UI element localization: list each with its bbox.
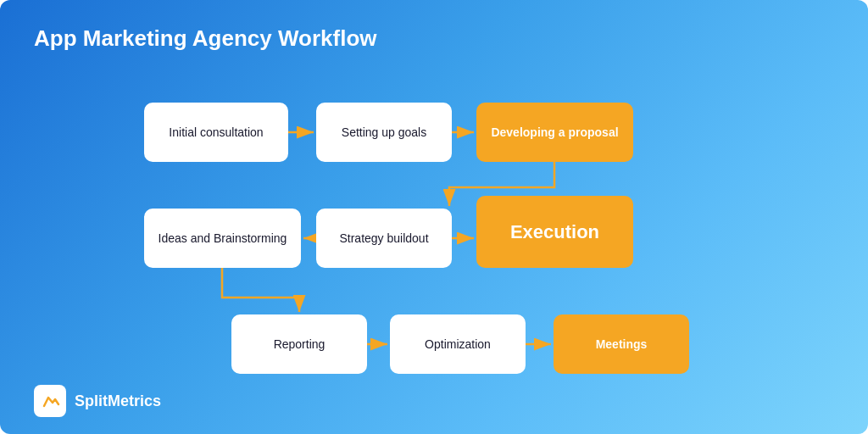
logo-area: SplitMetrics [34, 385, 161, 417]
node-execution: Execution [476, 196, 633, 268]
workflow-area: Initial consultation Setting up goals De… [34, 77, 834, 399]
node-meetings: Meetings [554, 314, 689, 374]
node-ideas-brainstorming: Ideas and Brainstorming [144, 209, 301, 268]
node-strategy-buildout: Strategy buildout [316, 209, 452, 268]
node-setting-up-goals: Setting up goals [316, 103, 452, 162]
page-title: App Marketing Agency Workflow [34, 25, 834, 52]
splitmetrics-icon [40, 391, 60, 411]
canvas: App Marketing Agency Workflow [0, 0, 868, 434]
node-developing-proposal: Developing a proposal [476, 103, 633, 162]
node-optimization: Optimization [390, 314, 526, 374]
node-initial-consultation: Initial consultation [144, 103, 288, 162]
logo-name: SplitMetrics [75, 392, 161, 410]
logo-icon [34, 385, 66, 417]
node-reporting: Reporting [231, 314, 367, 374]
